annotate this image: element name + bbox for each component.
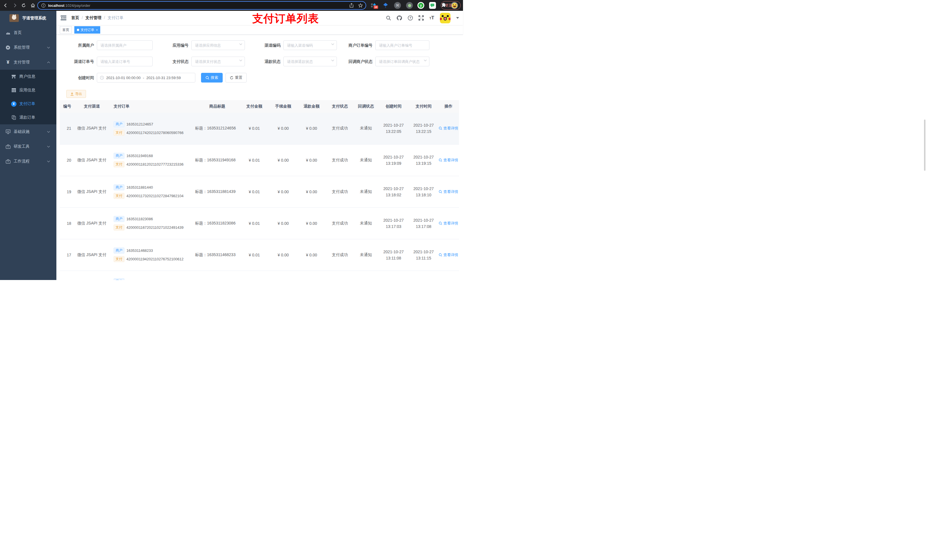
channel-order-filter-field[interactable] bbox=[97, 57, 153, 66]
date-range-picker[interactable]: 2021-10-01 00:00:00 - 2021-10-31 23:59:5… bbox=[97, 73, 195, 83]
table-header-row: 编号 支付渠道 支付订单 商品标题 支付金额 手续金额 退款金额 支付状态 回调… bbox=[60, 100, 459, 113]
sidebar-item-infra[interactable]: 基础设施 bbox=[0, 124, 56, 139]
merchant-order-no: 1635311881440 bbox=[126, 185, 153, 190]
chevron-down-icon bbox=[47, 47, 50, 49]
app-filter-select[interactable] bbox=[191, 41, 245, 50]
callback-status-filter-select[interactable] bbox=[375, 57, 430, 66]
app-filter-input[interactable] bbox=[191, 41, 245, 50]
avatar-mouth bbox=[443, 17, 447, 21]
merchant-filter-select[interactable] bbox=[97, 41, 153, 50]
pay-order-no: 4200001167202110271022491439 bbox=[126, 225, 184, 229]
table-row[interactable]: 21 微信 JSAPI 支付 商户1635312124657 支付4200001… bbox=[60, 113, 459, 144]
extension-chat-icon[interactable] bbox=[429, 2, 436, 9]
row-callback: 未通知 bbox=[354, 144, 378, 176]
browser-home-icon[interactable] bbox=[29, 2, 36, 9]
fullscreen-icon[interactable] bbox=[419, 15, 424, 21]
view-detail-link[interactable]: 查看详情 bbox=[439, 189, 458, 194]
address-bar[interactable]: localhost:1024/pay/order bbox=[37, 1, 366, 10]
search-button[interactable]: 搜索 bbox=[201, 73, 223, 83]
tab-pay-order[interactable]: 支付订单 × bbox=[74, 26, 100, 33]
export-button[interactable]: 导出 bbox=[67, 90, 86, 98]
channel-code-filter-select[interactable] bbox=[283, 41, 337, 50]
help-icon[interactable]: ? bbox=[408, 15, 413, 21]
browser-reload-icon[interactable] bbox=[20, 2, 27, 9]
browser-update-button[interactable]: 更新 ⋮ bbox=[441, 1, 461, 10]
row-status: 支付成功 bbox=[326, 239, 354, 270]
sidebar-item-pay[interactable]: ¥ 支付管理 bbox=[0, 55, 56, 70]
table-row[interactable]: 17 微信 JSAPI 支付 商户1635311468233 支付4200001… bbox=[60, 239, 459, 270]
row-amount: ¥ 0.01 bbox=[239, 239, 269, 270]
sidebar-collapse-icon[interactable] bbox=[61, 15, 67, 21]
sidebar-item-system[interactable]: 系统管理 bbox=[0, 40, 56, 55]
sidebar-item-devtools[interactable]: 研发工具 bbox=[0, 139, 56, 154]
row-status: 支付成功 bbox=[326, 207, 354, 239]
extension-y-icon[interactable]: y bbox=[418, 2, 424, 9]
github-icon[interactable] bbox=[396, 15, 402, 21]
breadcrumb-home[interactable]: 首页 bbox=[71, 15, 79, 21]
reset-button[interactable]: 重置 bbox=[225, 73, 247, 83]
svg-text:?: ? bbox=[410, 17, 411, 20]
row-refund: ¥ 0.00 bbox=[297, 207, 326, 239]
row-callback: 未通知 bbox=[354, 239, 378, 270]
site-info-icon[interactable] bbox=[41, 3, 45, 8]
view-detail-link[interactable]: 查看详情 bbox=[439, 221, 458, 226]
col-created: 创建时间 bbox=[378, 100, 409, 113]
col-title: 商品标题 bbox=[195, 100, 239, 113]
tab-home[interactable]: 首页 bbox=[60, 26, 72, 33]
browser-menu-icon[interactable]: ⋮ bbox=[455, 5, 458, 6]
sidebar-item-refund-order[interactable]: 退款订单 bbox=[0, 111, 56, 124]
view-detail-link[interactable]: 查看详情 bbox=[439, 158, 458, 163]
sidebar-item-app-info[interactable]: 应用信息 bbox=[0, 83, 56, 97]
sidebar-item-label: 支付管理 bbox=[14, 60, 30, 65]
share-icon[interactable] bbox=[350, 3, 354, 8]
browser-forward-icon[interactable] bbox=[11, 2, 18, 9]
refund-status-filter-input[interactable] bbox=[283, 57, 337, 66]
date-end-value[interactable]: 2021-10-31 23:59:59 bbox=[146, 76, 181, 80]
callback-status-filter-input[interactable] bbox=[375, 57, 430, 66]
briefcase-icon bbox=[5, 145, 11, 149]
channel-order-filter-input[interactable] bbox=[97, 57, 153, 66]
table-row[interactable]: 20 微信 JSAPI 支付 商户1635311949168 支付4200001… bbox=[60, 144, 459, 176]
merchant-filter-input[interactable] bbox=[97, 41, 153, 50]
breadcrumb-current: 支付订单 bbox=[107, 15, 124, 21]
pay-status-filter-input[interactable] bbox=[191, 57, 245, 66]
extension-command-icon[interactable]: ⌘ bbox=[394, 2, 401, 9]
extension-dot-icon[interactable] bbox=[406, 2, 413, 9]
date-start-value[interactable]: 2021-10-01 00:00:00 bbox=[106, 76, 141, 80]
pay-tag: 支付 bbox=[113, 130, 124, 136]
channel-code-filter-input[interactable] bbox=[283, 41, 337, 50]
extension-kite-icon[interactable] bbox=[382, 2, 389, 9]
bookmark-star-icon[interactable] bbox=[358, 3, 363, 8]
table-row[interactable]: 18 微信 JSAPI 支付 商户1635311823086 支付4200001… bbox=[60, 207, 459, 239]
view-detail-link[interactable]: 查看详情 bbox=[439, 252, 458, 258]
sidebar-item-workflow[interactable]: 工作流程 bbox=[0, 154, 56, 169]
app-logo[interactable]: 芋道管理系统 bbox=[0, 11, 56, 25]
user-avatar[interactable] bbox=[440, 13, 451, 23]
sidebar-item-pay-order[interactable]: ¥ 支付订单 bbox=[0, 97, 56, 111]
breadcrumb-pay[interactable]: 支付管理 bbox=[85, 15, 101, 21]
row-refund: ¥ 0.00 bbox=[297, 176, 326, 207]
merchant-order-filter-input[interactable] bbox=[375, 41, 430, 50]
table-row[interactable]: 19 微信 JSAPI 支付 商户1635311881440 支付4200001… bbox=[60, 176, 459, 207]
avatar-cheek bbox=[440, 18, 442, 20]
extension-blue-diamond-icon[interactable]: 10 bbox=[370, 2, 377, 9]
view-detail-link[interactable]: 查看详情 bbox=[439, 126, 458, 131]
browser-back-icon[interactable] bbox=[2, 2, 9, 9]
col-status: 支付状态 bbox=[326, 100, 354, 113]
merchant-tag: 商户 bbox=[113, 153, 124, 159]
pay-status-filter-select[interactable] bbox=[191, 57, 245, 66]
sidebar-item-label: 应用信息 bbox=[20, 88, 35, 93]
search-icon[interactable] bbox=[386, 16, 391, 21]
sidebar-item-home[interactable]: 首页 bbox=[0, 25, 56, 40]
merchant-tag: 商户 bbox=[113, 278, 124, 280]
font-size-icon[interactable]: TT bbox=[430, 15, 434, 21]
refund-status-filter-select[interactable] bbox=[283, 57, 337, 66]
chevron-down-icon bbox=[47, 160, 50, 163]
close-icon[interactable]: × bbox=[96, 28, 98, 32]
sidebar-item-merchant-info[interactable]: 商户信息 bbox=[0, 70, 56, 83]
caret-down-icon[interactable] bbox=[456, 17, 459, 20]
table-row-partial[interactable]: 商户1635311351736 bbox=[60, 270, 459, 280]
row-refund: ¥ 0.00 bbox=[297, 113, 326, 144]
merchant-order-filter-field[interactable] bbox=[375, 41, 430, 50]
clock-icon bbox=[100, 76, 104, 80]
